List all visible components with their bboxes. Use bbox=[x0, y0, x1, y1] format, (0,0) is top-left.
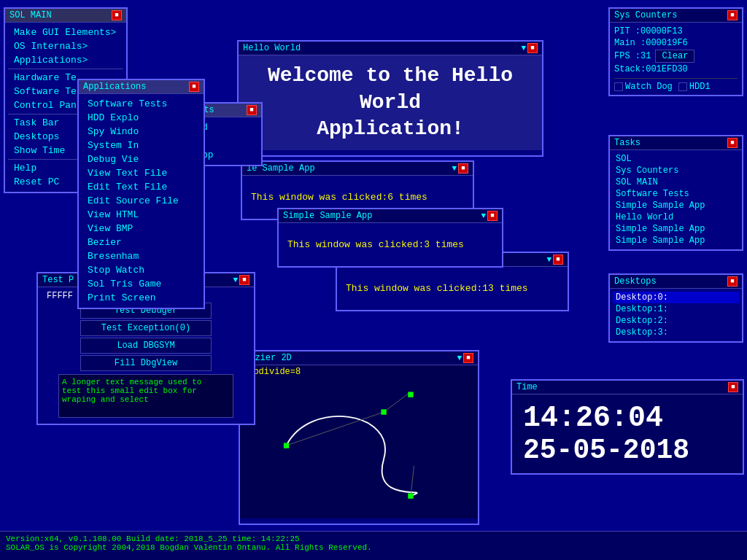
sample-app-2-minimize-icon[interactable]: ▼ bbox=[481, 211, 486, 220]
tasks-title-bar[interactable]: Tasks ■ bbox=[610, 136, 742, 150]
app-menu-edit-source-file[interactable]: Edit Source File bbox=[82, 194, 201, 208]
bezier-subdivide-label: Subdivide=8 bbox=[240, 365, 478, 378]
load-dbgsym-button[interactable]: Load DBGSYM bbox=[80, 338, 212, 354]
main-label: Main :000019F6 bbox=[614, 38, 688, 48]
test-hex-value: FFFFF bbox=[41, 289, 79, 303]
menu-applications[interactable]: Applications> bbox=[8, 53, 123, 67]
menu-make-gui[interactable]: Make GUI Elements> bbox=[8, 26, 123, 39]
sol-main-close-button[interactable]: ■ bbox=[112, 10, 122, 20]
app-menu-view-text-file[interactable]: View Text File bbox=[82, 166, 201, 180]
bezier-2d-body[interactable]: Subdivide=8 bbox=[240, 365, 478, 518]
app-menu-system-in[interactable]: System In bbox=[82, 139, 201, 152]
app-menu-bresenham[interactable]: Bresenham bbox=[82, 249, 201, 263]
tasks-close-button[interactable]: ■ bbox=[727, 138, 738, 148]
test-panel-close-button[interactable]: ■ bbox=[239, 275, 249, 285]
stack-label: Stack:001EFD30 bbox=[614, 64, 688, 74]
hello-world-title-text: Hello World bbox=[243, 43, 521, 53]
sys-counters-window: Sys Counters ■ PIT :00000F13 Main :00001… bbox=[608, 7, 743, 96]
app-menu-sol-tris-game[interactable]: Sol Tris Game bbox=[82, 277, 201, 291]
applications-menu-body: Software Tests HDD Explo Spy Windo Syste… bbox=[79, 94, 204, 308]
desktops-close-button[interactable]: ■ bbox=[727, 276, 738, 287]
app-menu-stop-watch[interactable]: Stop Watch bbox=[82, 263, 201, 277]
task-item-7[interactable]: Simple Sample App bbox=[613, 235, 739, 246]
sample-app-1-title-text: le Sample App bbox=[247, 163, 452, 174]
hello-world-text: Welcome to the Hello WorldApplication! bbox=[241, 63, 539, 142]
hello-world-title-bar[interactable]: Hello World ▼ ■ bbox=[239, 42, 542, 55]
task-item-5[interactable]: Hello World bbox=[613, 211, 739, 223]
menu-os-internals[interactable]: OS Internals> bbox=[8, 39, 123, 53]
fps-label: FPS :31 bbox=[614, 51, 651, 61]
hdd1-checkbox[interactable] bbox=[678, 82, 687, 91]
desktop-item-3[interactable]: Desktop:3: bbox=[613, 327, 739, 338]
task-item-2[interactable]: SOL MAIN bbox=[613, 176, 739, 188]
desktops-title-bar[interactable]: Desktops ■ bbox=[610, 275, 742, 289]
svg-rect-4 bbox=[381, 409, 386, 414]
status-line-1: Version:x64, v0.1.108.00 Build date: 201… bbox=[6, 534, 741, 543]
app-menu-print-screen[interactable]: Print Screen bbox=[82, 291, 201, 305]
desktop-item-2[interactable]: Desktop:2: bbox=[613, 315, 739, 327]
time-display: 14:26:04 bbox=[523, 402, 732, 435]
applications-menu-close-button[interactable]: ■ bbox=[189, 82, 199, 92]
sw-tests-close-button[interactable]: ■ bbox=[247, 105, 257, 115]
sol-main-title-bar[interactable]: SOL MAIN ■ bbox=[5, 9, 126, 23]
app-menu-bezier[interactable]: Bezier bbox=[82, 236, 201, 249]
test-textarea[interactable]: A longer text message used to test this … bbox=[58, 374, 233, 418]
sys-counters-title-bar[interactable]: Sys Counters ■ bbox=[610, 9, 742, 23]
task-item-0[interactable]: SOL bbox=[613, 153, 739, 165]
sample-app-3-body[interactable]: This window was clicked:13 times bbox=[337, 267, 568, 310]
task-item-3[interactable]: Software Tests bbox=[613, 188, 739, 200]
app-menu-hdd-explo[interactable]: HDD Explo bbox=[82, 111, 201, 125]
desktop-item-0[interactable]: Desktop:0: bbox=[613, 292, 739, 303]
task-item-1[interactable]: Sys Counters bbox=[613, 165, 739, 176]
sample-app-1-minimize-icon[interactable]: ▼ bbox=[452, 164, 457, 173]
app-menu-sw-tests[interactable]: Software Tests bbox=[82, 97, 201, 111]
sample-app-2-title-text: Simple Sample App bbox=[283, 211, 481, 221]
desktop-item-1[interactable]: Desktop:1: bbox=[613, 303, 739, 315]
tasks-title-text: Tasks bbox=[614, 138, 727, 148]
bezier-2d-title-text: Bezier 2D bbox=[244, 353, 457, 363]
bezier-canvas bbox=[240, 378, 478, 506]
fill-dbgview-button[interactable]: Fill DbgView bbox=[80, 355, 212, 371]
sample-app-2-clicked-text: This window was clicked:3 times bbox=[282, 226, 499, 263]
test-panel-minimize-icon[interactable]: ▼ bbox=[233, 276, 238, 284]
app-menu-spy-windo[interactable]: Spy Windo bbox=[82, 125, 201, 139]
clear-button[interactable]: Clear bbox=[655, 50, 694, 63]
time-window: Time ■ 14:26:04 25-05-2018 bbox=[511, 379, 744, 475]
main-row: Main :000019F6 bbox=[614, 37, 738, 49]
sys-counters-close-button[interactable]: ■ bbox=[727, 10, 738, 20]
task-item-6[interactable]: Simple Sample App bbox=[613, 223, 739, 235]
desktops-title-text: Desktops bbox=[614, 276, 727, 287]
watchdog-checkbox-item[interactable]: Watch Dog bbox=[614, 82, 673, 92]
sys-counters-title-text: Sys Counters bbox=[614, 10, 727, 20]
sample-app-3-close-button[interactable]: ■ bbox=[553, 254, 563, 265]
app-menu-debug-vie[interactable]: Debug Vie bbox=[82, 152, 201, 166]
bezier-2d-minimize-icon[interactable]: ▼ bbox=[457, 354, 462, 362]
time-title-bar[interactable]: Time ■ bbox=[512, 381, 743, 394]
app-menu-view-html[interactable]: View HTML bbox=[82, 208, 201, 222]
svg-rect-6 bbox=[408, 494, 413, 499]
sample-app-2-close-button[interactable]: ■ bbox=[487, 211, 498, 221]
time-title-text: Time bbox=[516, 382, 728, 392]
bezier-2d-title-bar[interactable]: Bezier 2D ▼ ■ bbox=[240, 351, 478, 365]
test-exception-button[interactable]: Test Exception(0) bbox=[80, 320, 212, 336]
app-menu-view-bmp[interactable]: View BMP bbox=[82, 222, 201, 236]
stack-row: Stack:001EFD30 bbox=[614, 63, 738, 75]
app-menu-edit-text-file[interactable]: Edit Text File bbox=[82, 180, 201, 194]
task-item-4[interactable]: Simple Sample App bbox=[613, 200, 739, 211]
watchdog-checkbox[interactable] bbox=[614, 82, 623, 91]
hello-world-minimize-icon[interactable]: ▼ bbox=[521, 44, 526, 52]
hello-world-body[interactable]: Welcome to the Hello WorldApplication! bbox=[239, 55, 542, 150]
sample-app-1-title-bar[interactable]: le Sample App ▼ ■ bbox=[242, 162, 473, 176]
applications-menu-title-bar[interactable]: Applications ■ bbox=[79, 80, 204, 94]
hdd1-checkbox-item[interactable]: HDD1 bbox=[678, 82, 711, 92]
sample-app-2-title-bar[interactable]: Simple Sample App ▼ ■ bbox=[279, 209, 502, 223]
sys-counters-body: PIT :00000F13 Main :000019F6 FPS :31 Cle… bbox=[610, 23, 742, 95]
hello-world-close-button[interactable]: ■ bbox=[527, 43, 538, 53]
time-close-button[interactable]: ■ bbox=[728, 382, 738, 392]
sample-app-2-body[interactable]: This window was clicked:3 times bbox=[279, 223, 502, 266]
applications-menu-window: Applications ■ Software Tests HDD Explo … bbox=[77, 79, 205, 309]
bezier-2d-close-button[interactable]: ■ bbox=[463, 353, 473, 363]
sample-app-3-minimize-icon[interactable]: ▼ bbox=[546, 255, 551, 264]
watchdog-label: Watch Dog bbox=[625, 82, 673, 92]
sample-app-1-close-button[interactable]: ■ bbox=[458, 163, 468, 174]
